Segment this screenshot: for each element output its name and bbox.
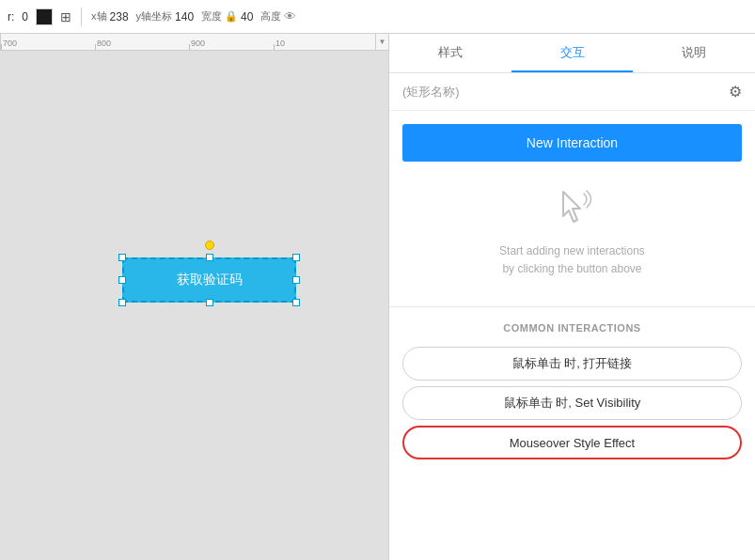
handle-mid-right[interactable] xyxy=(292,276,300,284)
h-label: 高度 xyxy=(260,9,281,23)
cursor-icon xyxy=(550,184,595,233)
interaction-set-visibility[interactable]: 鼠标单击 时, Set Visibility xyxy=(402,386,742,420)
handle-top-right[interactable] xyxy=(292,254,300,261)
toolbar-divider-1 xyxy=(81,8,82,26)
handle-bottom-center[interactable] xyxy=(206,299,213,306)
h-field: 高度 👁 xyxy=(260,9,296,23)
tab-style[interactable]: 样式 xyxy=(389,34,511,72)
element-label: 获取验证码 xyxy=(122,257,296,303)
section-title: COMMON INTERACTIONS xyxy=(389,313,755,341)
panel-header-title: (矩形名称) xyxy=(402,84,460,101)
ruler-mark-10: 10 xyxy=(275,39,285,48)
panel-tabs: 样式 交互 说明 xyxy=(389,34,755,73)
handle-top-left[interactable] xyxy=(118,254,126,261)
tab-interact-label: 交互 xyxy=(560,44,585,61)
x-field: x轴 238 xyxy=(91,9,129,23)
tab-note[interactable]: 说明 xyxy=(633,34,755,72)
y-label: y轴坐标 xyxy=(136,9,173,23)
w-field: 宽度 🔒 40 xyxy=(201,9,253,23)
tab-interact[interactable]: 交互 xyxy=(511,34,634,72)
y-field: y轴坐标 140 xyxy=(136,9,195,23)
x-label: x轴 xyxy=(91,9,107,23)
handle-mid-left[interactable] xyxy=(118,276,126,284)
color-swatch[interactable] xyxy=(36,8,53,25)
tab-style-label: 样式 xyxy=(438,44,463,61)
r-label: r: xyxy=(8,10,14,23)
scroll-arrow-icon: ▼ xyxy=(379,38,386,46)
settings-icon[interactable]: ⚙ xyxy=(729,83,742,101)
ruler-tick xyxy=(274,44,275,50)
y-value: 140 xyxy=(175,10,194,23)
tab-note-label: 说明 xyxy=(682,44,706,61)
w-value: 40 xyxy=(241,10,253,23)
canvas-element-wrapper: 获取验证码 xyxy=(122,257,296,303)
selected-element[interactable]: 获取验证码 xyxy=(122,257,296,303)
interaction-mouseover-style[interactable]: Mouseover Style Effect xyxy=(402,426,742,459)
ruler-top: 700 800 900 10 ▼ xyxy=(1,34,388,51)
canvas-with-ruler: 700 800 900 10 ▼ 获取验证码 xyxy=(0,34,388,560)
ruler-mark-900: 900 xyxy=(191,39,205,48)
main-area: 700 800 900 10 ▼ 获取验证码 xyxy=(0,34,755,560)
right-panel: 样式 交互 说明 (矩形名称) ⚙ New Interaction xyxy=(388,34,755,560)
ruler-marks: 700 800 900 10 xyxy=(1,48,388,50)
grid-icon[interactable]: ⊞ xyxy=(60,9,71,24)
toolbar: r: 0 ⊞ x轴 238 y轴坐标 140 宽度 🔒 40 高度 👁 xyxy=(0,0,755,34)
ruler-tick xyxy=(1,44,2,50)
ruler-scroll-end: ▼ xyxy=(375,34,388,50)
panel-header: (矩形名称) ⚙ xyxy=(389,73,755,111)
ruler-mark-700: 700 xyxy=(3,39,17,48)
ruler-tick xyxy=(95,44,96,50)
handle-bottom-left[interactable] xyxy=(118,299,126,306)
interaction-open-link-label: 鼠标单击 时, 打开链接 xyxy=(512,355,633,372)
section-divider xyxy=(389,306,755,307)
empty-state: Start adding new interactions by clickin… xyxy=(389,162,755,301)
new-interaction-button[interactable]: New Interaction xyxy=(402,124,742,162)
interaction-mouseover-style-label: Mouseover Style Effect xyxy=(510,436,635,450)
ruler-row: 700 800 900 10 ▼ xyxy=(0,34,388,51)
rotate-handle[interactable] xyxy=(205,241,214,250)
empty-state-text: Start adding new interactions by clickin… xyxy=(499,242,645,278)
canvas-content[interactable]: 获取验证码 xyxy=(0,51,388,560)
interaction-set-visibility-label: 鼠标单击 时, Set Visibility xyxy=(504,395,641,412)
empty-state-line1: Start adding new interactions xyxy=(499,244,645,257)
panel-content: New Interaction Start adding new interac… xyxy=(389,111,755,560)
handle-top-center[interactable] xyxy=(206,254,213,261)
empty-state-line2: by clicking the button above xyxy=(502,262,641,275)
ruler-tick xyxy=(189,44,190,50)
interaction-open-link[interactable]: 鼠标单击 时, 打开链接 xyxy=(402,347,742,381)
ruler-mark-800: 800 xyxy=(97,39,111,48)
w-label: 宽度 xyxy=(201,9,222,23)
eye-icon[interactable]: 👁 xyxy=(284,9,296,23)
handle-bottom-right[interactable] xyxy=(292,299,300,306)
lock-icon[interactable]: 🔒 xyxy=(225,10,238,23)
x-value: 238 xyxy=(110,10,129,23)
r-value: 0 xyxy=(22,10,28,23)
